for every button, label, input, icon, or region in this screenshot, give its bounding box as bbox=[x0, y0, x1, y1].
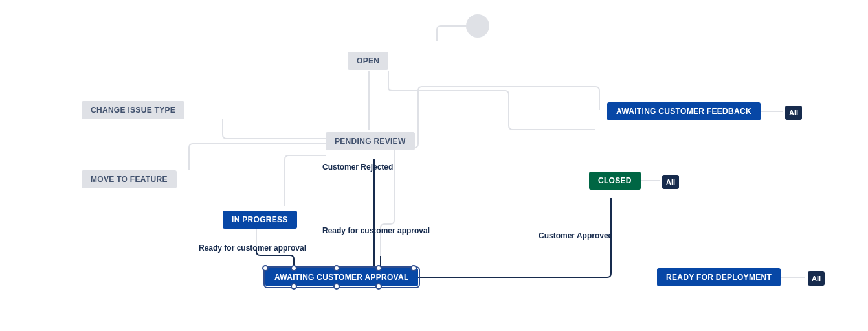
all-badge[interactable]: All bbox=[808, 271, 825, 286]
workflow-canvas[interactable]: OPEN CHANGE ISSUE TYPE MOVE TO FEATURE P… bbox=[0, 0, 868, 331]
all-badge[interactable]: All bbox=[785, 106, 802, 120]
node-ready-for-deployment[interactable]: READY FOR DEPLOYMENT bbox=[657, 268, 781, 286]
node-awaiting-customer-approval[interactable]: AWAITING CUSTOMER APPROVAL bbox=[265, 268, 418, 286]
start-node[interactable] bbox=[466, 14, 489, 38]
resize-handle[interactable] bbox=[333, 265, 340, 271]
node-awaiting-customer-feedback[interactable]: AWAITING CUSTOMER FEEDBACK bbox=[607, 102, 761, 120]
node-pending-review[interactable]: PENDING REVIEW bbox=[326, 132, 415, 150]
resize-handle[interactable] bbox=[333, 283, 340, 290]
node-change-issue-type[interactable]: CHANGE ISSUE TYPE bbox=[82, 101, 184, 119]
resize-handle[interactable] bbox=[375, 265, 382, 271]
node-closed[interactable]: CLOSED bbox=[589, 172, 641, 190]
resize-handle[interactable] bbox=[375, 283, 382, 290]
all-badge[interactable]: All bbox=[662, 175, 679, 189]
transition-label-customer-approved[interactable]: Customer Approved bbox=[539, 231, 613, 240]
node-open[interactable]: OPEN bbox=[348, 52, 388, 70]
resize-handle[interactable] bbox=[291, 265, 297, 271]
transition-label-ready-for-customer-approval-2[interactable]: Ready for customer approval bbox=[322, 226, 430, 235]
transition-label-ready-for-customer-approval-1[interactable]: Ready for customer approval bbox=[199, 244, 306, 253]
transition-label-customer-rejected[interactable]: Customer Rejected bbox=[322, 163, 393, 172]
resize-handle[interactable] bbox=[291, 283, 297, 290]
node-in-progress[interactable]: IN PROGRESS bbox=[223, 211, 297, 229]
node-move-to-feature[interactable]: MOVE TO FEATURE bbox=[82, 170, 177, 188]
resize-handle[interactable] bbox=[262, 265, 269, 271]
resize-handle[interactable] bbox=[410, 265, 417, 271]
